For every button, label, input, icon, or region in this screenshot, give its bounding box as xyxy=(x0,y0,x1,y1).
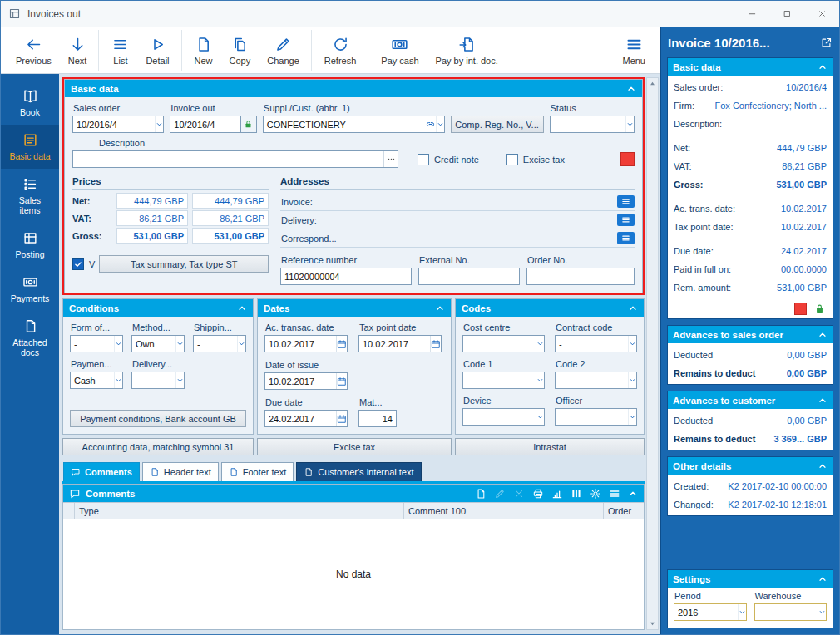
comp-reg-button[interactable]: Comp. Reg. No., V... xyxy=(451,116,544,133)
sidebar-item[interactable]: Attached docs xyxy=(1,311,59,365)
lock-button[interactable] xyxy=(240,116,257,133)
reference-number-input[interactable]: 11020000004 xyxy=(280,268,412,285)
chevron-up-icon[interactable] xyxy=(628,303,638,313)
chevron-down-icon[interactable] xyxy=(237,336,245,352)
link-icon[interactable] xyxy=(425,116,436,132)
gear-icon[interactable] xyxy=(590,488,601,500)
minimize-button[interactable] xyxy=(734,1,769,27)
tab[interactable]: Footer text xyxy=(221,462,294,481)
chevron-down-icon[interactable] xyxy=(175,372,184,388)
code-combo[interactable] xyxy=(462,335,545,352)
toolbar-button[interactable]: Previous xyxy=(7,30,60,71)
chart-icon[interactable] xyxy=(551,488,563,500)
chevron-up-icon[interactable] xyxy=(237,303,247,313)
toolbar-button[interactable]: Copy xyxy=(221,30,259,71)
code-combo[interactable] xyxy=(462,408,545,426)
accounting-data-button[interactable]: Accounting data, matching symbol 31 xyxy=(62,438,254,455)
condition-combo[interactable]: Cash xyxy=(70,372,123,389)
sidebar-item[interactable]: Basic data xyxy=(1,125,59,169)
excise-tax-button[interactable]: Excise tax xyxy=(257,438,452,455)
status-combo[interactable] xyxy=(550,116,635,133)
chevron-up-icon[interactable] xyxy=(818,461,828,471)
tab[interactable]: Header text xyxy=(142,462,219,481)
column-header-order[interactable]: Order xyxy=(604,503,644,519)
code-combo[interactable] xyxy=(555,372,637,389)
new-comment-icon[interactable] xyxy=(475,488,487,500)
menu-icon[interactable] xyxy=(609,488,620,500)
vat-checkbox[interactable] xyxy=(72,258,84,270)
chevron-up-icon[interactable] xyxy=(818,396,828,406)
sidebar-item[interactable]: Posting xyxy=(1,223,59,267)
chevron-down-icon[interactable] xyxy=(155,116,163,132)
code-combo[interactable] xyxy=(462,372,545,389)
period-combo[interactable]: 2016 xyxy=(674,603,747,621)
main-scrollbar[interactable] xyxy=(646,77,659,630)
toolbar-button[interactable]: Next xyxy=(60,30,100,71)
code-combo[interactable] xyxy=(555,408,637,426)
chevron-down-icon[interactable] xyxy=(175,336,184,352)
toolbar-button[interactable]: Pay by int. doc. xyxy=(427,30,506,71)
toolbar-button[interactable]: Pay cash xyxy=(373,30,427,71)
chevron-down-icon[interactable] xyxy=(818,604,826,620)
intrastat-button[interactable]: Intrastat xyxy=(455,438,645,455)
chevron-up-icon[interactable] xyxy=(435,303,445,313)
calendar-icon[interactable] xyxy=(336,411,347,426)
address-menu-button[interactable] xyxy=(617,214,635,226)
condition-combo[interactable]: - xyxy=(70,335,123,352)
chevron-up-icon[interactable] xyxy=(818,62,828,72)
tab[interactable]: Customer's internal text xyxy=(296,462,421,481)
calendar-icon[interactable] xyxy=(430,336,441,352)
credit-note-checkbox[interactable] xyxy=(418,154,429,165)
excise-tax-checkbox[interactable] xyxy=(506,154,518,165)
scroll-down-icon[interactable] xyxy=(649,620,656,628)
chevron-down-icon[interactable] xyxy=(738,604,746,620)
credit-note-option[interactable]: Credit note xyxy=(418,154,479,165)
chevron-down-icon[interactable] xyxy=(436,116,444,132)
tab[interactable]: Comments xyxy=(63,462,140,481)
code-combo[interactable]: - xyxy=(555,335,637,352)
toolbar-button[interactable]: List xyxy=(103,30,137,71)
date-of-issue-field[interactable]: 10.02.2017 xyxy=(264,372,348,390)
address-menu-button[interactable] xyxy=(617,195,635,208)
mat-field[interactable]: 14 xyxy=(358,410,397,427)
invoice-out-field[interactable]: 10/2016/4 xyxy=(170,116,240,133)
chevron-down-icon[interactable] xyxy=(536,372,544,388)
print-icon[interactable] xyxy=(532,488,544,500)
chevron-down-icon[interactable] xyxy=(114,336,122,352)
toolbar-button[interactable]: Refresh xyxy=(316,30,369,71)
external-no-input[interactable] xyxy=(418,268,520,285)
ellipsis-button[interactable] xyxy=(383,151,398,167)
toolbar-button[interactable]: Detail xyxy=(137,30,181,71)
tax-point-date-field[interactable]: 10.02.2017 xyxy=(358,335,442,352)
due-date-field[interactable]: 24.02.2017 xyxy=(264,410,348,427)
chevron-up-icon[interactable] xyxy=(628,489,638,499)
calendar-icon[interactable] xyxy=(336,336,347,352)
sidebar-item[interactable]: Sales items xyxy=(1,169,59,223)
chevron-down-icon[interactable] xyxy=(536,409,544,425)
customer-combo[interactable]: CONFECTIONERY xyxy=(263,116,445,133)
condition-combo[interactable]: - xyxy=(193,335,246,352)
chevron-down-icon[interactable] xyxy=(114,372,122,388)
chevron-down-icon[interactable] xyxy=(628,336,636,352)
excise-tax-option[interactable]: Excise tax xyxy=(506,154,565,165)
toolbar-button[interactable]: New xyxy=(186,30,221,71)
toolbar-button[interactable]: Menu xyxy=(610,30,654,71)
delete-icon[interactable] xyxy=(513,488,525,500)
chevron-up-icon[interactable] xyxy=(818,330,828,340)
sales-order-combo[interactable]: 10/2016/4 xyxy=(72,116,164,133)
condition-combo[interactable]: Own xyxy=(131,335,185,352)
order-no-input[interactable] xyxy=(526,268,635,285)
condition-combo[interactable] xyxy=(131,372,185,389)
chevron-down-icon[interactable] xyxy=(536,336,544,352)
ac-transac-date-field[interactable]: 10.02.2017 xyxy=(264,335,348,352)
sidebar-item[interactable]: Payments xyxy=(1,267,59,311)
columns-icon[interactable] xyxy=(571,488,582,500)
sidebar-item[interactable]: Book xyxy=(1,81,59,125)
column-header-type[interactable]: Type xyxy=(75,503,404,519)
toolbar-button[interactable]: Change xyxy=(259,30,312,71)
chevron-down-icon[interactable] xyxy=(625,116,634,132)
close-button[interactable] xyxy=(804,1,839,27)
scroll-up-icon[interactable] xyxy=(649,80,656,87)
chevron-up-icon[interactable] xyxy=(818,574,828,584)
maximize-button[interactable] xyxy=(769,1,804,27)
